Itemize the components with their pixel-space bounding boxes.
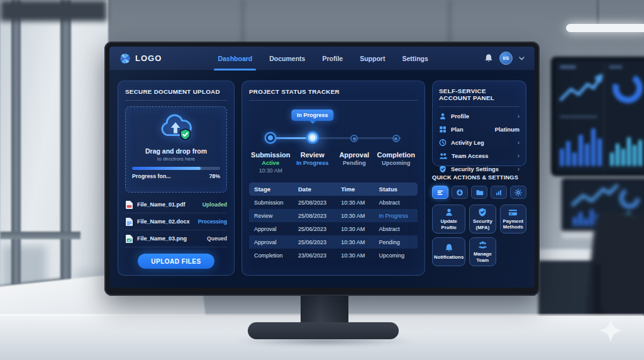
account-item-security-settings[interactable]: Security Settings › bbox=[439, 162, 519, 176]
bell-icon bbox=[445, 244, 453, 252]
progress-label: Progress fon... bbox=[132, 173, 171, 179]
chevron-right-icon: › bbox=[518, 166, 519, 172]
chevron-right-icon: › bbox=[518, 152, 519, 159]
upload-panel-title: SECURE DOCUMENT UPLOAD bbox=[125, 88, 227, 95]
update-profile-card[interactable]: Update Profile bbox=[432, 205, 465, 233]
logo-text: LOGO bbox=[135, 53, 162, 63]
background-monitor-dashboard bbox=[551, 57, 644, 176]
step-time: 10:30 AM bbox=[250, 167, 292, 174]
window-frame bbox=[11, 0, 21, 327]
dropzone-title: Drag and drop from bbox=[132, 147, 220, 155]
status-table: Stage Date Time Status Submission25/08/2… bbox=[249, 183, 418, 262]
progress-percent: 78% bbox=[209, 173, 220, 179]
account-panel-title: SELF-SERVICE ACCOUNT PANEL bbox=[439, 87, 519, 101]
office-photo-scene: LOGO Dashboard Documents Profile Support… bbox=[0, 0, 644, 360]
card-label: Notifications bbox=[434, 254, 464, 260]
cloud-upload-icon bbox=[157, 135, 195, 145]
project-status-tracker-panel: PROJECT STATUS TRACKER Submission Active bbox=[242, 81, 425, 276]
step-status: Pending bbox=[333, 160, 375, 166]
monitor: LOGO Dashboard Documents Profile Support… bbox=[104, 42, 540, 296]
quick-actions-toolbar bbox=[432, 186, 526, 199]
main-navigation: Dashboard Documents Profile Support Sett… bbox=[162, 47, 484, 70]
menu-toolbar-button[interactable] bbox=[432, 186, 448, 199]
settings-toolbar-button[interactable] bbox=[510, 186, 526, 199]
download-toolbar-button[interactable] bbox=[452, 186, 468, 199]
file-status-uploaded: Uploaded bbox=[203, 201, 227, 208]
account-items: Profile › Plan Platinum Activity Leg bbox=[439, 110, 519, 176]
top-navigation-bar: LOGO Dashboard Documents Profile Support… bbox=[109, 47, 535, 70]
window-frame bbox=[0, 232, 80, 239]
table-row: Submission25/08/202310:30 AMAbstract bbox=[249, 196, 418, 209]
nav-tab-support[interactable]: Support bbox=[360, 47, 385, 70]
background-charts bbox=[555, 60, 644, 172]
folder-toolbar-button[interactable] bbox=[471, 186, 487, 199]
status-timeline: Submission Active 10:30 AM In Progress R… bbox=[249, 101, 418, 181]
file-dropzone[interactable]: Drag and drop from to dircctrors here Pr… bbox=[125, 106, 227, 193]
file-name: File_Name_02.docx bbox=[137, 218, 194, 225]
notifications-card[interactable]: Notifications bbox=[432, 237, 465, 266]
account-item-plan[interactable]: Plan Platinum bbox=[439, 123, 519, 136]
timeline-step-submission[interactable]: Submission Active 10:30 AM bbox=[250, 101, 292, 181]
timeline-step-review[interactable]: In Progress Review In Progress bbox=[292, 101, 334, 181]
monitor-stand-base bbox=[248, 322, 399, 339]
chevron-right-icon: › bbox=[518, 113, 519, 120]
file-name: File_Name_03.png bbox=[137, 235, 203, 242]
card-label: Update Profile bbox=[434, 218, 464, 230]
file-row-docx[interactable]: File_Name_02.docx Processing bbox=[125, 213, 227, 230]
file-row-pdf[interactable]: File_Name_01.pdf Uploaded bbox=[125, 196, 227, 213]
dropzone-subtitle: to dircctrors here bbox=[132, 156, 220, 162]
nav-tab-settings[interactable]: Settings bbox=[402, 47, 428, 70]
bell-icon[interactable] bbox=[484, 53, 493, 63]
manage-team-card[interactable]: Manage Team bbox=[469, 237, 496, 266]
timeline-steps: Submission Active 10:30 AM In Progress R… bbox=[249, 101, 418, 181]
col-date: Date bbox=[293, 183, 336, 196]
account-item-label: Activity Leg bbox=[451, 140, 513, 146]
file-status-processing: Processing bbox=[198, 218, 227, 225]
timeline-step-completion[interactable]: Completion Upcoming bbox=[375, 101, 418, 181]
nav-tab-profile[interactable]: Profile bbox=[322, 47, 343, 70]
step-title: Submission bbox=[250, 151, 292, 159]
dashboard-body: SECURE DOCUMENT UPLOAD bbox=[118, 81, 526, 276]
file-status-queued: Queued bbox=[207, 235, 227, 242]
bar-chart-icon bbox=[495, 189, 502, 196]
timeline-step-approval[interactable]: Approval Pending bbox=[333, 101, 375, 181]
docx-file-icon bbox=[125, 217, 133, 227]
step-title: Completion bbox=[375, 151, 418, 159]
table-row: Approval25/06/202310:30 AMPending bbox=[249, 235, 418, 249]
analytics-toolbar-button[interactable] bbox=[491, 186, 507, 199]
gear-icon bbox=[514, 189, 522, 196]
timeline-node-done bbox=[266, 133, 275, 142]
upload-files-button[interactable]: UPLOAD FILES bbox=[138, 254, 214, 269]
monitor-screen: LOGO Dashboard Documents Profile Support… bbox=[109, 47, 535, 288]
account-item-label: Profile bbox=[451, 113, 513, 120]
payment-methods-card[interactable]: Payment Methods bbox=[500, 205, 526, 233]
table-row: Completion23/06/202310:30 AMUpcoming bbox=[249, 249, 418, 262]
clock-icon bbox=[439, 138, 447, 147]
shield-icon bbox=[439, 165, 447, 173]
security-mfa-card[interactable]: Security (MFA) bbox=[469, 205, 496, 233]
plan-value: Platinum bbox=[495, 127, 519, 133]
account-item-label: Plan bbox=[451, 127, 491, 133]
credit-card-icon bbox=[508, 208, 518, 217]
account-item-label: Team Access bbox=[452, 153, 513, 159]
account-item-activity-log[interactable]: Activity Leg › bbox=[439, 136, 519, 149]
light-fixture-stem bbox=[596, 0, 599, 26]
topbar-right-controls: IIS bbox=[484, 52, 525, 65]
user-avatar[interactable]: IIS bbox=[499, 52, 513, 65]
logo[interactable]: LOGO bbox=[119, 53, 162, 64]
account-item-profile[interactable]: Profile › bbox=[439, 110, 519, 123]
self-service-account-panel: SELF-SERVICE ACCOUNT PANEL Profile › Pla… bbox=[432, 81, 526, 166]
quick-actions-title: QUICK ACTIONS & SETTINGS bbox=[432, 174, 526, 181]
folder-icon bbox=[475, 189, 484, 196]
progress-labels: Progress fon... 78% bbox=[132, 173, 220, 179]
quick-action-cards: Update Profile Security (MFA) Payment Me… bbox=[432, 205, 526, 266]
uploaded-file-list: File_Name_01.pdf Uploaded File_Name_02.d… bbox=[125, 196, 227, 247]
chevron-down-icon[interactable] bbox=[519, 57, 525, 60]
upload-progress-bar bbox=[132, 167, 220, 170]
card-label: Security (MFA) bbox=[471, 218, 494, 230]
nav-tab-dashboard[interactable]: Dashboard bbox=[218, 47, 252, 70]
upload-progress-fill bbox=[132, 167, 201, 170]
account-item-team-access[interactable]: Team Access › bbox=[439, 149, 519, 162]
nav-tab-documents[interactable]: Documents bbox=[269, 47, 305, 70]
file-row-png[interactable]: File_Name_03.png Queued bbox=[125, 230, 227, 247]
